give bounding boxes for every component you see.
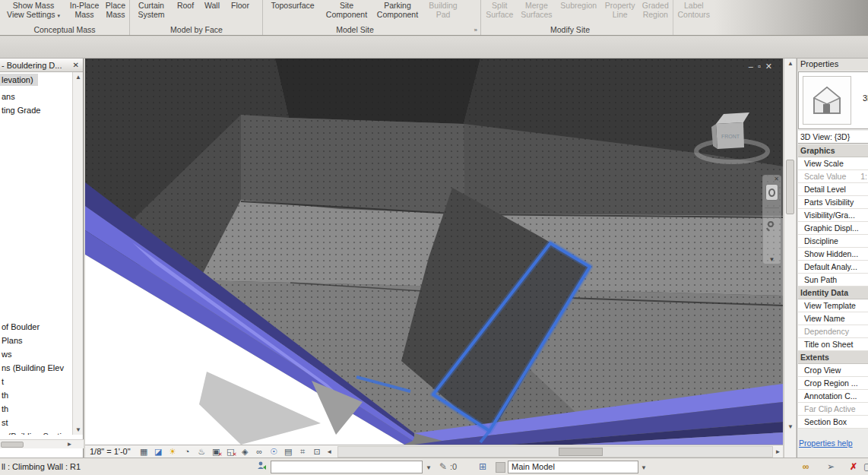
3d-view-canvas[interactable]: FRONT <box>85 59 783 445</box>
design-options-icon[interactable]: ⊞ <box>479 461 486 472</box>
property-row[interactable]: Detail Level <box>798 183 868 196</box>
editing-requests-icon[interactable]: ✎ <box>439 461 447 472</box>
select-underlay-icon[interactable]: ➢ <box>827 461 835 472</box>
project-browser-titlebar[interactable]: - Bouldering D... ✕ <box>0 59 83 72</box>
property-row[interactable]: Sun Path <box>798 274 868 287</box>
scrollbar-thumb[interactable] <box>1 442 24 448</box>
scroll-right-icon[interactable]: ► <box>65 440 74 449</box>
toposurface-button[interactable]: Toposurface <box>264 0 322 10</box>
chevron-down-icon[interactable]: ▼ <box>763 256 781 263</box>
panel-launcher-icon[interactable]: » <box>474 27 477 33</box>
tree-item[interactable]: Plans <box>0 334 73 347</box>
close-icon[interactable]: ✕ <box>71 61 81 69</box>
in-place-mass-button[interactable]: In-Place Mass <box>67 0 102 19</box>
chevron-down-icon[interactable]: ▼ <box>641 464 647 471</box>
building-pad-button[interactable]: Building Pad <box>423 0 463 19</box>
steering-wheel-icon[interactable] <box>765 184 778 201</box>
tree-item[interactable]: of Boulder <box>0 320 73 334</box>
design-option-combo[interactable]: Main Model <box>508 461 638 473</box>
navigation-bar[interactable]: ✕ ▼ <box>762 175 781 264</box>
dropdown-arrow-icon[interactable]: ▾ <box>57 13 60 18</box>
viewport-vertical-scrollbar[interactable]: ▲ ▼ <box>784 59 796 458</box>
tree-item[interactable]: st <box>0 416 73 429</box>
property-row[interactable]: Parts Visibility <box>798 196 868 209</box>
scroll-up-icon[interactable]: ▲ <box>784 59 797 68</box>
tree-item[interactable]: ting Grade <box>0 103 73 117</box>
analytical-model-icon[interactable]: ⌗ <box>296 446 309 458</box>
property-line-button[interactable]: Property Line <box>601 0 638 19</box>
browser-vertical-scrollbar[interactable]: ▲ ▼ <box>72 72 83 435</box>
chevron-down-icon[interactable]: ▼ <box>426 464 432 471</box>
property-row[interactable]: Crop View <box>798 364 868 377</box>
property-row[interactable]: View Name <box>798 312 868 325</box>
property-row[interactable]: Crop Region ... <box>798 377 868 390</box>
3d-viewport[interactable]: FRONT –▫✕ ✕ ▼ <box>85 59 783 445</box>
zoom-icon[interactable] <box>768 221 774 227</box>
type-selector[interactable]: 3D <box>798 71 868 129</box>
workset-combo[interactable] <box>271 461 423 473</box>
site-component-button[interactable]: Site Component <box>322 0 372 19</box>
property-row[interactable]: View Template <box>798 299 868 312</box>
property-row[interactable]: Title on Sheet <box>798 338 868 351</box>
tree-item[interactable]: s (Building Sectic <box>0 429 73 435</box>
property-row[interactable]: Dependency <box>798 325 868 338</box>
3d-view-type-icon[interactable] <box>803 76 851 125</box>
place-mass-button[interactable]: Place Mass <box>102 0 129 19</box>
property-row[interactable]: Graphic Displ... <box>798 222 868 235</box>
property-row[interactable]: Default Analy... <box>798 261 868 274</box>
view-window-controls[interactable]: –▫✕ <box>749 62 777 71</box>
property-row[interactable]: Discipline <box>798 235 868 248</box>
scrollbar-thumb[interactable] <box>786 160 794 214</box>
hscroll-right-icon[interactable]: ► <box>773 448 783 455</box>
temporary-hide-isolate-icon[interactable]: ∞ <box>253 446 266 458</box>
property-row[interactable]: Annotation C... <box>798 390 868 403</box>
tree-item[interactable]: th <box>0 402 73 416</box>
graded-region-button[interactable]: Graded Region <box>638 0 673 19</box>
property-row[interactable]: Show Hidden... <box>798 248 868 261</box>
hscroll-left-icon[interactable]: ◄ <box>325 448 334 455</box>
scroll-down-icon[interactable]: ▼ <box>73 425 84 435</box>
parking-component-button[interactable]: Parking Component <box>372 0 423 19</box>
worksharing-icon[interactable] <box>257 461 268 473</box>
show-mass-button[interactable]: Show Mass View Settings ▾ <box>0 0 67 21</box>
label-contours-button[interactable]: Label Contours <box>673 0 714 19</box>
crop-region-icon[interactable]: ◱✕ <box>224 446 237 458</box>
select-by-face-icon[interactable]: ▢ <box>863 461 868 472</box>
roof-button[interactable]: Roof <box>172 0 199 10</box>
property-row[interactable]: View Scale <box>798 157 868 170</box>
split-surface-button[interactable]: Split Surface <box>482 0 518 19</box>
subregion-button[interactable]: Subregion <box>556 0 601 10</box>
merge-surfaces-button[interactable]: Merge Surfaces <box>518 0 556 19</box>
select-links-icon[interactable]: ∞ <box>803 461 809 472</box>
rendering-dialog-icon[interactable]: ♨ <box>195 446 208 458</box>
tree-item[interactable]: ans <box>0 90 73 103</box>
property-row[interactable]: Scale Value1: <box>798 170 868 183</box>
scroll-down-icon[interactable]: ▼ <box>784 422 797 432</box>
minimize-icon[interactable]: – <box>749 62 758 71</box>
property-row[interactable]: Section Box <box>798 416 868 429</box>
properties-help-link[interactable]: Properties help <box>799 439 853 448</box>
scroll-up-icon[interactable]: ▲ <box>73 72 84 82</box>
properties-header[interactable]: Properties <box>797 59 868 71</box>
shadows-icon[interactable]: ◔ <box>181 446 194 458</box>
detail-level-icon[interactable]: ▦ <box>138 446 150 458</box>
tree-item[interactable]: ws <box>0 347 73 361</box>
floor-button[interactable]: Floor <box>225 0 255 10</box>
reveal-hidden-elements-icon[interactable]: ☉ <box>268 446 280 458</box>
tree-item-selected[interactable]: levation) <box>0 74 38 86</box>
displacement-sets-icon[interactable]: ⊡ <box>311 446 324 458</box>
navbar-close-icon[interactable]: ✕ <box>774 176 779 182</box>
close-icon[interactable]: ✕ <box>765 62 777 71</box>
wall-button[interactable]: Wall <box>199 0 225 10</box>
lock-3d-view-icon[interactable]: ◈ <box>239 446 252 458</box>
browser-horizontal-scrollbar[interactable]: ► <box>0 439 84 448</box>
viewport-horizontal-scrollbar[interactable] <box>337 446 773 458</box>
curtain-system-button[interactable]: Curtain System <box>131 0 172 19</box>
select-pinned-icon[interactable]: ✗ <box>850 461 857 472</box>
view-scale-control[interactable]: 1/8" = 1'-0" <box>90 447 131 456</box>
viewcube-front-face[interactable]: FRONT <box>721 134 740 139</box>
tree-item[interactable]: ns (Building Elev <box>0 361 73 375</box>
temporary-view-properties-icon[interactable]: ▤ <box>282 446 295 458</box>
crop-view-icon[interactable]: ▣✕ <box>210 446 223 458</box>
property-row[interactable]: Far Clip Active <box>798 403 868 416</box>
